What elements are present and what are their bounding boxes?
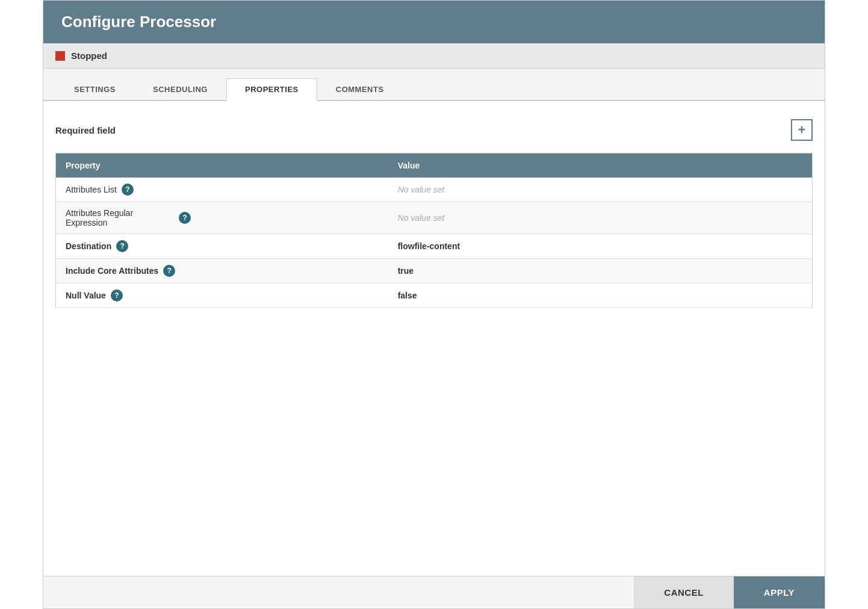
add-property-button[interactable]: + (791, 119, 813, 141)
required-field-row: Required field + (55, 113, 813, 147)
help-icon[interactable]: ? (116, 240, 128, 252)
dialog-header: Configure Processor (43, 1, 825, 43)
table-body: Attributes List ? No value set Attribute… (56, 178, 813, 308)
table-header: Property Value (56, 153, 813, 178)
cancel-button[interactable]: CANCEL (634, 577, 734, 608)
table-row: Destination ? flowfile-content (56, 234, 813, 259)
tabs-container: SETTINGS SCHEDULING PROPERTIES COMMENTS (43, 69, 825, 101)
help-icon[interactable]: ? (111, 289, 123, 301)
status-bar: Stopped (43, 43, 825, 69)
required-field-label: Required field (55, 125, 116, 135)
configure-processor-dialog: Configure Processor Stopped SETTINGS SCH… (43, 0, 825, 609)
table-row: Attributes Regular Expression ? No value… (56, 202, 813, 234)
tab-comments[interactable]: COMMENTS (317, 78, 403, 100)
property-value[interactable]: No value set (388, 178, 793, 202)
table-row: Attributes List ? No value set (56, 178, 813, 202)
status-label: Stopped (71, 51, 107, 61)
property-name: Attributes List (66, 185, 117, 194)
properties-table: Property Value Attributes List ? No valu… (55, 153, 813, 308)
tab-scheduling[interactable]: SCHEDULING (134, 78, 226, 100)
dialog-footer: CANCEL APPLY (43, 576, 825, 608)
table-row: Null Value ? false (56, 283, 813, 308)
property-value[interactable]: true (388, 259, 793, 283)
content-area: Required field + Property Value Attribut… (43, 101, 825, 576)
table-row: Include Core Attributes ? true (56, 259, 813, 283)
property-value[interactable]: No value set (388, 202, 793, 234)
property-name: Include Core Attributes (66, 266, 158, 276)
column-header-property: Property (56, 153, 388, 178)
help-icon[interactable]: ? (122, 184, 134, 196)
dialog-title: Configure Processor (61, 13, 807, 31)
column-header-value: Value (388, 153, 793, 178)
property-value[interactable]: flowfile-content (388, 234, 793, 259)
property-value[interactable]: false (388, 283, 793, 308)
column-header-action (793, 153, 813, 178)
tab-settings[interactable]: SETTINGS (55, 78, 134, 100)
property-name: Attributes Regular Expression (66, 208, 174, 227)
status-indicator (55, 51, 65, 61)
apply-button[interactable]: APPLY (734, 577, 825, 608)
property-name: Null Value (66, 291, 106, 300)
tab-properties[interactable]: PROPERTIES (226, 78, 317, 101)
property-name: Destination (66, 241, 111, 251)
help-icon[interactable]: ? (163, 265, 175, 277)
help-icon[interactable]: ? (179, 212, 191, 224)
